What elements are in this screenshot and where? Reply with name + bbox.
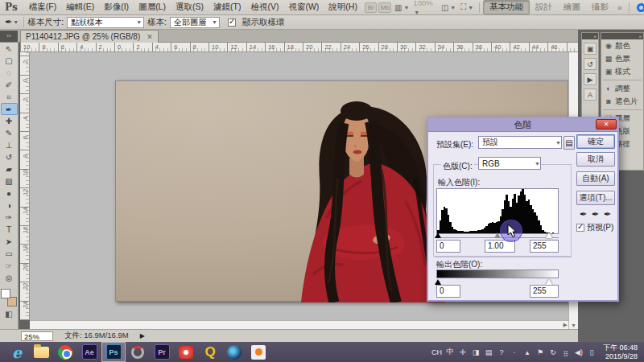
move-tool[interactable]: ⇖ — [1, 43, 18, 55]
lasso-tool[interactable]: ◌ — [1, 67, 18, 79]
preset-select[interactable]: 預設▼ — [478, 136, 562, 149]
foreground-color-swatch[interactable] — [1, 289, 10, 298]
panel-tab-swatches[interactable]: ▦色票 — [601, 52, 643, 65]
taskbar-ie[interactable]: e — [5, 342, 29, 362]
menu-item-4[interactable]: 選取(S) — [171, 2, 208, 13]
mini-bridge-button[interactable]: Mb — [378, 2, 391, 13]
preview-checkbox[interactable] — [576, 224, 584, 232]
shadow-output-slider[interactable] — [435, 279, 441, 285]
panel-collapse-header[interactable]: « — [582, 33, 598, 39]
panel-tab-masks[interactable]: ◙遮色片 — [601, 95, 643, 108]
options-button[interactable]: 選項(T)... — [576, 191, 615, 205]
workspace-button[interactable]: 繪圖 — [558, 1, 586, 14]
status-menu-arrow[interactable]: ▶ — [140, 332, 145, 339]
scroll-right-icon[interactable]: ▶ — [564, 322, 568, 328]
show-sampling-ring-checkbox[interactable] — [228, 19, 236, 27]
path-selection-tool[interactable]: ➤ — [1, 236, 18, 248]
menu-item-8[interactable]: 說明(H) — [324, 2, 362, 13]
horizontal-scrollbar[interactable]: ▶ — [30, 320, 568, 329]
antivirus-icon[interactable]: ↻ — [547, 348, 558, 356]
menu-item-5[interactable]: 濾鏡(T) — [208, 2, 246, 13]
bridge-button[interactable]: Br — [365, 2, 378, 13]
language-indicator[interactable]: CH — [431, 348, 442, 356]
preview-checkbox-row[interactable]: 預視(P) — [576, 222, 613, 233]
dodge-tool[interactable]: ◑ — [1, 200, 18, 212]
taskbar-explorer[interactable] — [29, 342, 53, 362]
taskbar-ring-app[interactable] — [126, 342, 150, 362]
zoom-level-dropdown[interactable]: 100% ▼ — [413, 0, 437, 16]
workspace-button[interactable]: 基本功能 — [483, 0, 530, 14]
panel-tab-styles[interactable]: ▣樣式 — [601, 65, 643, 78]
highlight-input-slider[interactable] — [546, 232, 552, 238]
eyedropper-tool-preset[interactable]: ✒ ▼ — [0, 17, 24, 28]
view-extras-dropdown[interactable]: ▥▼ — [394, 3, 409, 12]
character-panel-icon[interactable]: A — [584, 88, 597, 101]
eraser-tool[interactable]: ▰ — [1, 163, 18, 175]
black-point-eyedropper[interactable]: ✒ — [577, 208, 589, 220]
pen-service-icon[interactable]: · — [509, 348, 519, 356]
ime-shape-icon[interactable]: ◨ — [470, 348, 481, 356]
output-highlight-field[interactable]: 255 — [530, 285, 559, 298]
workspace-button[interactable]: 設計 — [530, 1, 558, 14]
input-highlight-field[interactable]: 255 — [530, 240, 559, 253]
marquee-tool[interactable]: ▢ — [1, 55, 18, 67]
menu-item-7[interactable]: 視窗(W) — [283, 2, 324, 13]
sample-size-select[interactable]: 點狀樣本▼ — [67, 17, 144, 28]
media-panel-icon[interactable]: ▶ — [584, 73, 597, 85]
tools-panel-collapse[interactable]: ›› — [0, 31, 18, 42]
network-icon[interactable]: ⣶ — [560, 348, 571, 356]
volume-icon[interactable]: ◀) — [573, 348, 584, 356]
taskbar-photoshop[interactable]: Ps — [101, 342, 126, 362]
toolband-icon[interactable]: ▤ — [483, 348, 493, 356]
eyedropper-tool[interactable]: ✒ — [1, 103, 18, 115]
action-center-flag-icon[interactable]: ⚑ — [535, 348, 545, 356]
scroll-down-icon[interactable]: ▼ — [571, 323, 576, 328]
auto-button[interactable]: 自動(A) — [576, 171, 615, 186]
dialog-close-icon[interactable]: ✕ — [596, 119, 617, 130]
shadow-input-slider[interactable] — [435, 232, 441, 238]
taskbar-q-app[interactable]: Q — [198, 342, 222, 362]
taskbar-chrome[interactable] — [53, 342, 77, 362]
menu-item-6[interactable]: 檢視(V) — [246, 2, 283, 13]
input-shadow-field[interactable]: 0 — [436, 240, 460, 253]
history-brush-tool[interactable]: ↺ — [1, 151, 18, 163]
help-icon[interactable]: ? — [496, 348, 506, 356]
status-zoom-field[interactable]: 25% — [21, 331, 53, 341]
menu-item-2[interactable]: 影像(I) — [99, 2, 134, 13]
hand-tool[interactable]: ☞ — [1, 260, 18, 272]
touch-keyboard-icon[interactable]: ▯ — [586, 348, 597, 356]
cs-live-button[interactable]: CS Live ▾ — [637, 2, 644, 12]
menu-item-0[interactable]: 檔案(F) — [24, 2, 61, 13]
panel-collapse-header2[interactable]: « — [601, 33, 643, 39]
taskbar-premiere[interactable]: Pr — [150, 342, 174, 362]
ime-punctuation-icon[interactable]: ✛ — [457, 348, 468, 356]
ime-mode-icon[interactable]: 中 — [444, 347, 455, 357]
quick-mask-button[interactable]: ◧ — [0, 310, 18, 319]
workspace-overflow-chevron[interactable]: » — [614, 3, 625, 12]
menu-item-3[interactable]: 圖層(L) — [134, 2, 171, 13]
menu-item-1[interactable]: 編輯(E) — [61, 2, 99, 13]
preset-options-icon[interactable]: ▤ — [564, 136, 575, 150]
output-shadow-field[interactable]: 0 — [436, 285, 460, 298]
arrange-documents-dropdown[interactable]: ◫▼ — [441, 3, 456, 12]
workspace-button[interactable]: 攝影 — [586, 1, 614, 14]
panel-tab-color[interactable]: ◉顏色 — [601, 39, 643, 52]
gradient-tool[interactable]: ▧ — [1, 175, 18, 187]
shape-tool[interactable]: ▭ — [1, 248, 18, 260]
crop-tool[interactable]: ⌗ — [1, 91, 18, 103]
taskbar-orange-app[interactable] — [246, 342, 270, 362]
history-panel-icon[interactable]: ↺ — [584, 58, 597, 70]
taskbar-red-tv-app[interactable] — [174, 342, 198, 362]
blur-tool[interactable]: ● — [1, 187, 18, 200]
cancel-button[interactable]: 取消 — [576, 152, 615, 167]
hidden-icons-chevron[interactable]: ▴ — [522, 348, 532, 356]
healing-brush-tool[interactable]: ✚ — [1, 115, 18, 127]
sample-layers-select[interactable]: 全部圖層▼ — [170, 17, 220, 28]
channel-select[interactable]: RGB▼ — [478, 157, 541, 170]
gray-point-eyedropper[interactable]: ✒ — [589, 208, 601, 220]
pen-tool[interactable]: ✑ — [1, 212, 18, 224]
zoom-tool[interactable]: ◎ — [1, 272, 18, 284]
panel-tab-adjustments[interactable]: ◐調整 — [601, 82, 643, 95]
levels-dialog-titlebar[interactable]: 色階 ✕ — [428, 118, 617, 131]
taskbar-blue-player[interactable] — [222, 342, 246, 362]
